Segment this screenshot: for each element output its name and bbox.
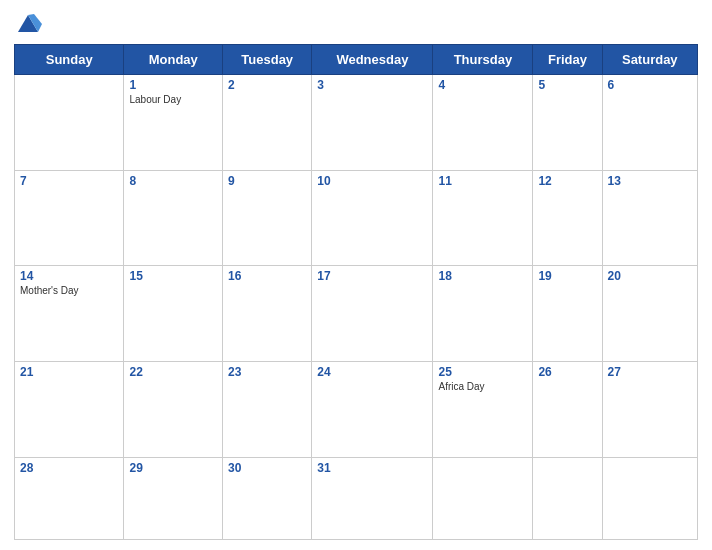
day-cell-17: 17 [312,266,433,362]
day-cell-11: 11 [433,170,533,266]
day-number: 25 [438,365,527,379]
day-number: 15 [129,269,217,283]
day-cell-5: 5 [533,75,602,171]
day-number: 4 [438,78,527,92]
day-number: 17 [317,269,427,283]
day-number: 20 [608,269,692,283]
week-row-2: 78910111213 [15,170,698,266]
empty-cell [602,457,697,539]
day-cell-14: 14Mother's Day [15,266,124,362]
day-number: 6 [608,78,692,92]
day-cell-18: 18 [433,266,533,362]
day-number: 13 [608,174,692,188]
day-cell-2: 2 [223,75,312,171]
week-row-4: 2122232425Africa Day2627 [15,361,698,457]
day-number: 29 [129,461,217,475]
day-number: 11 [438,174,527,188]
day-header-thursday: Thursday [433,45,533,75]
logo [14,10,46,38]
day-number: 14 [20,269,118,283]
day-cell-24: 24 [312,361,433,457]
day-number: 27 [608,365,692,379]
day-number: 30 [228,461,306,475]
day-cell-25: 25Africa Day [433,361,533,457]
holiday-name: Mother's Day [20,285,118,297]
week-row-5: 28293031 [15,457,698,539]
empty-cell [15,75,124,171]
day-cell-10: 10 [312,170,433,266]
day-number: 1 [129,78,217,92]
day-header-tuesday: Tuesday [223,45,312,75]
day-header-saturday: Saturday [602,45,697,75]
day-number: 26 [538,365,596,379]
day-number: 5 [538,78,596,92]
day-number: 23 [228,365,306,379]
day-header-sunday: Sunday [15,45,124,75]
day-header-friday: Friday [533,45,602,75]
day-number: 3 [317,78,427,92]
day-cell-15: 15 [124,266,223,362]
header-row: SundayMondayTuesdayWednesdayThursdayFrid… [15,45,698,75]
holiday-name: Africa Day [438,381,527,393]
day-cell-27: 27 [602,361,697,457]
week-row-3: 14Mother's Day151617181920 [15,266,698,362]
day-cell-19: 19 [533,266,602,362]
day-cell-30: 30 [223,457,312,539]
day-number: 21 [20,365,118,379]
day-cell-23: 23 [223,361,312,457]
header [14,10,698,38]
day-cell-26: 26 [533,361,602,457]
day-cell-12: 12 [533,170,602,266]
day-cell-29: 29 [124,457,223,539]
day-cell-20: 20 [602,266,697,362]
day-cell-31: 31 [312,457,433,539]
day-number: 2 [228,78,306,92]
day-cell-3: 3 [312,75,433,171]
day-cell-4: 4 [433,75,533,171]
week-row-1: 1Labour Day23456 [15,75,698,171]
calendar-page: SundayMondayTuesdayWednesdayThursdayFrid… [0,0,712,550]
day-cell-28: 28 [15,457,124,539]
holiday-name: Labour Day [129,94,217,106]
country-label [618,10,698,14]
day-number: 8 [129,174,217,188]
day-number: 12 [538,174,596,188]
day-header-wednesday: Wednesday [312,45,433,75]
empty-cell [433,457,533,539]
day-cell-13: 13 [602,170,697,266]
day-cell-7: 7 [15,170,124,266]
day-number: 7 [20,174,118,188]
day-cell-22: 22 [124,361,223,457]
day-cell-21: 21 [15,361,124,457]
logo-icon [14,10,42,38]
day-cell-9: 9 [223,170,312,266]
day-number: 31 [317,461,427,475]
day-cell-8: 8 [124,170,223,266]
day-number: 28 [20,461,118,475]
day-number: 18 [438,269,527,283]
day-number: 24 [317,365,427,379]
day-cell-6: 6 [602,75,697,171]
calendar-table: SundayMondayTuesdayWednesdayThursdayFrid… [14,44,698,540]
empty-cell [533,457,602,539]
day-number: 16 [228,269,306,283]
day-header-monday: Monday [124,45,223,75]
day-number: 22 [129,365,217,379]
day-cell-1: 1Labour Day [124,75,223,171]
day-number: 9 [228,174,306,188]
day-cell-16: 16 [223,266,312,362]
day-number: 19 [538,269,596,283]
day-number: 10 [317,174,427,188]
